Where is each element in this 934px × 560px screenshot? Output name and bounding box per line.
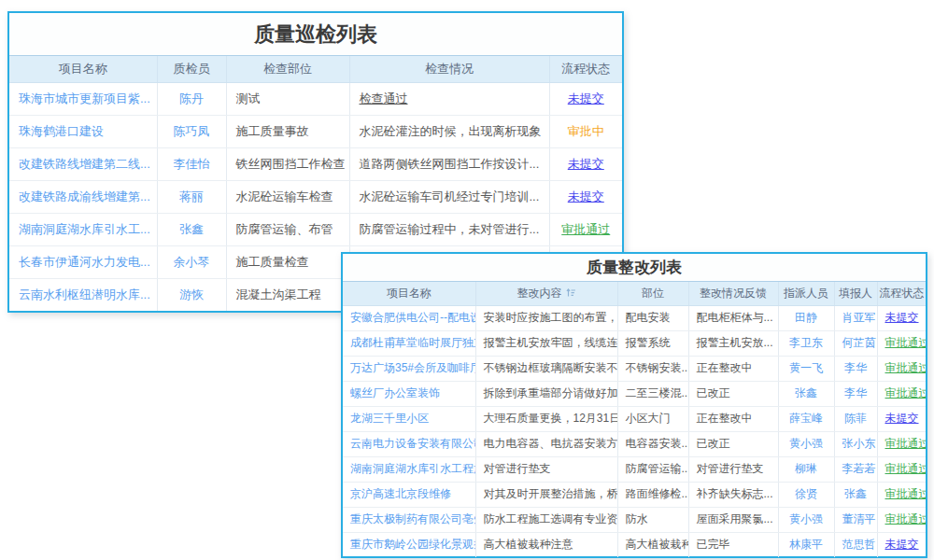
project-link[interactable]: 长春市伊通河水力发电... [19, 255, 150, 269]
project-link[interactable]: 珠海鹤港口建设 [19, 124, 104, 138]
part-cell: 小区大门 [617, 406, 688, 431]
assignee-link[interactable]: 黄一飞 [789, 361, 823, 374]
status-link[interactable]: 审批通过 [561, 222, 610, 236]
status-link[interactable]: 审批通过 [885, 386, 927, 399]
project-link[interactable]: 龙湖三千里小区 [350, 412, 429, 425]
reporter-link[interactable]: 何芷茵 [842, 336, 876, 349]
inspector-link[interactable]: 陈巧凤 [174, 124, 210, 138]
inspector-link[interactable]: 陈丹 [179, 91, 204, 105]
reporter-link[interactable]: 张鑫 [844, 487, 867, 500]
status-link[interactable]: 审批通过 [885, 336, 927, 349]
assignee-link[interactable]: 李卫东 [789, 336, 823, 349]
inspector-link[interactable]: 张鑫 [179, 222, 204, 236]
project-link[interactable]: 重庆太极制药有限公司亳州中... [350, 512, 475, 525]
part-cell: 防水 [617, 507, 688, 532]
col-header-part: 部位 [617, 282, 688, 305]
reporter-link[interactable]: 陈菲 [844, 412, 867, 425]
status-link[interactable]: 未提交 [568, 189, 604, 203]
reporter-link[interactable]: 范思哲 [842, 538, 876, 551]
status-link[interactable]: 审批通过 [885, 361, 927, 374]
reporter-link[interactable]: 李华 [844, 386, 867, 399]
project-link[interactable]: 螺丝厂办公室装饰 [350, 386, 440, 399]
table-row: 京沪高速北京段维修 对其及时开展整治措施，桥头... 路面维修检... 补齐缺失… [343, 482, 926, 507]
status-link[interactable]: 审批中 [568, 124, 604, 138]
rectify-content-cell: 不锈钢边框玻璃隔断安装不牢... [475, 356, 617, 381]
assignee-link[interactable]: 柳琳 [795, 462, 817, 475]
project-link[interactable]: 京沪高速北京段维修 [350, 487, 451, 500]
project-link[interactable]: 云南电力设备安装有限公司20... [350, 437, 475, 450]
col-header-content[interactable]: 整改内容 [475, 282, 617, 305]
status-link[interactable]: 审批通过 [885, 487, 927, 500]
status-link[interactable]: 未提交 [885, 538, 919, 551]
col-header-part: 检查部位 [226, 56, 349, 82]
table-row: 万达广场35#会所及咖啡厅空... 不锈钢边框玻璃隔断安装不牢... 不锈钢安装… [343, 356, 926, 381]
feedback-cell: 配电柜柜体与... [688, 305, 778, 330]
part-cell: 高大植被栽种 [617, 532, 688, 557]
project-link[interactable]: 珠海市城市更新项目紫... [19, 91, 150, 105]
rectify-content-cell: 电力电容器、电抗器安装方案，... [475, 431, 617, 456]
rectify-content-cell: 大理石质量更换，12月31日之... [475, 406, 617, 431]
assignee-link[interactable]: 林康平 [789, 538, 823, 551]
inspector-link[interactable]: 余小琴 [174, 255, 210, 269]
table-row: 改建铁路线增建第二线... 李佳怡 铁丝网围挡工作检查 道路两侧铁丝网围挡工作按… [9, 147, 622, 180]
project-link[interactable]: 安徽合肥供电公司--配电设备... [350, 311, 475, 324]
rectify-content-cell: 高大植被栽种注意 [475, 532, 617, 557]
assignee-link[interactable]: 薛宝峰 [789, 412, 823, 425]
inspector-link[interactable]: 蒋丽 [179, 189, 204, 203]
part-cell: 电容器安装... [617, 431, 688, 456]
check-part-cell: 铁丝网围挡工作检查 [226, 147, 349, 180]
check-situation-text: 道路两侧铁丝网围挡工作按设计... [360, 157, 540, 171]
status-link[interactable]: 审批通过 [885, 462, 927, 475]
project-link[interactable]: 成都杜甫草堂临时展厅独立展... [350, 336, 475, 349]
feedback-cell: 已改正 [688, 381, 778, 406]
project-link[interactable]: 湖南洞庭湖水库引水工程施工I标 [350, 462, 475, 475]
rectification-list-title: 质量整改列表 [343, 254, 926, 282]
project-link[interactable]: 云南水利枢纽潜明水库... [19, 287, 150, 301]
table-row: 螺丝厂办公室装饰 拆除到承重墙部分请做好加固... 二至三楼混... 已改正 张… [343, 381, 926, 406]
reporter-link[interactable]: 肖亚军 [842, 311, 876, 324]
part-cell: 防腐管运输... [617, 456, 688, 482]
table-row: 珠海鹤港口建设 陈巧凤 施工质量事故 水泥砼灌注的时候，出现离析现象 审批中 [9, 115, 622, 147]
reporter-link[interactable]: 李若若 [842, 462, 876, 475]
project-link[interactable]: 改建铁路线增建第二线... [19, 157, 150, 171]
assignee-link[interactable]: 黄小强 [789, 437, 823, 450]
check-part-cell: 水泥砼运输车检查 [226, 180, 349, 213]
status-link[interactable]: 未提交 [568, 91, 604, 105]
inspector-link[interactable]: 李佳怡 [174, 157, 210, 171]
assignee-link[interactable]: 徐贤 [795, 487, 817, 500]
assignee-link[interactable]: 黄小强 [789, 512, 823, 525]
assignee-link[interactable]: 张鑫 [795, 386, 817, 399]
feedback-cell: 报警主机安放... [688, 330, 778, 356]
rectification-list-card: 质量整改列表 项目名称 整改内容 部位 整改情况反馈 指派人员 填报人 流程状态… [341, 252, 927, 558]
assignee-link[interactable]: 田静 [795, 311, 817, 324]
status-link[interactable]: 未提交 [568, 157, 604, 171]
col-header-inspector: 质检员 [157, 56, 226, 82]
status-link[interactable]: 未提交 [885, 311, 919, 324]
col-header-project: 项目名称 [343, 282, 475, 305]
status-link[interactable]: 审批通过 [885, 437, 927, 450]
part-cell: 二至三楼混... [617, 381, 688, 406]
status-link[interactable]: 未提交 [885, 412, 919, 425]
check-part-cell: 防腐管运输、布管 [226, 213, 349, 245]
project-link[interactable]: 改建铁路成渝线增建第... [19, 189, 150, 203]
part-cell: 配电安装 [617, 305, 688, 330]
table-row: 湖南洞庭湖水库引水工... 张鑫 防腐管运输、布管 防腐管运输过程中，未对管进行… [9, 213, 622, 245]
rectify-content-cell: 拆除到承重墙部分请做好加固... [475, 381, 617, 406]
reporter-link[interactable]: 董清平 [842, 512, 876, 525]
project-link[interactable]: 万达广场35#会所及咖啡厅空... [350, 361, 475, 374]
check-part-cell: 混凝土沟渠工程 [226, 278, 349, 311]
col-header-project: 项目名称 [9, 56, 157, 82]
sort-icon[interactable] [566, 287, 576, 301]
status-link[interactable]: 审批通过 [885, 512, 927, 525]
project-link[interactable]: 重庆市鹅岭公园绿化景观提升... [350, 538, 475, 551]
reporter-link[interactable]: 李华 [844, 361, 867, 374]
reporter-link[interactable]: 张小东 [842, 437, 876, 450]
inspector-link[interactable]: 游恢 [179, 287, 204, 301]
table-row: 成都杜甫草堂临时展厅独立展... 报警主机安放牢固，线缆连接... 报警系统 报… [343, 330, 926, 356]
check-situation-text: 检查通过 [360, 91, 408, 105]
check-situation-text: 水泥砼运输车司机经过专门培训... [360, 189, 540, 203]
col-header-feedback: 整改情况反馈 [688, 282, 778, 305]
table-row: 重庆太极制药有限公司亳州中... 防水工程施工选调有专业资质... 防水 屋面采… [343, 507, 926, 532]
project-link[interactable]: 湖南洞庭湖水库引水工... [19, 222, 150, 236]
col-header-content-label: 整改内容 [517, 287, 562, 300]
